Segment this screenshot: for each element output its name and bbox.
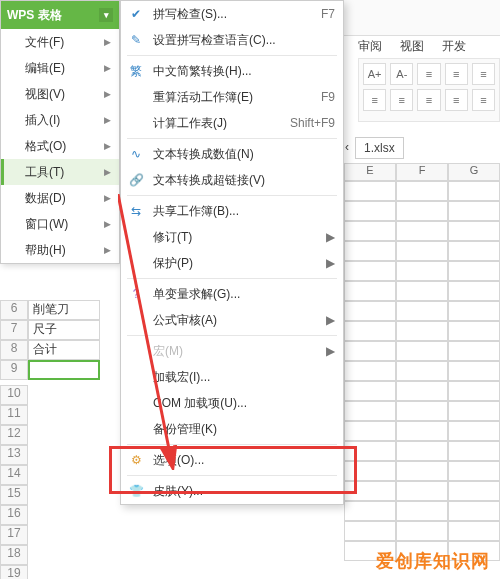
- submenu-item-11[interactable]: 修订(T)▶: [121, 224, 343, 250]
- submenu-item-14[interactable]: ?单变量求解(G)...: [121, 281, 343, 307]
- grid-cell[interactable]: [448, 241, 500, 261]
- mainmenu-item-0[interactable]: 文件(F)▶: [1, 29, 119, 55]
- align-bot-1[interactable]: ≡: [363, 89, 386, 111]
- submenu-item-0[interactable]: ✔拼写检查(S)...F7: [121, 1, 343, 27]
- mainmenu-item-5[interactable]: 工具(T)▶: [1, 159, 119, 185]
- row-num-6[interactable]: 6: [0, 300, 28, 320]
- row-num-10[interactable]: 10: [0, 385, 28, 405]
- row-num-16[interactable]: 16: [0, 505, 28, 525]
- mainmenu-item-7[interactable]: 窗口(W)▶: [1, 211, 119, 237]
- align-top-3[interactable]: ≡: [472, 63, 495, 85]
- row-num-13[interactable]: 13: [0, 445, 28, 465]
- grid-cell[interactable]: [396, 341, 448, 361]
- grid-cell[interactable]: [396, 441, 448, 461]
- align-bot-3[interactable]: ≡: [417, 89, 440, 111]
- grid-cell[interactable]: [448, 421, 500, 441]
- grid-cell[interactable]: [344, 401, 396, 421]
- file-tab-prev[interactable]: ‹: [345, 137, 355, 157]
- grid-cell[interactable]: [448, 301, 500, 321]
- grid-cell[interactable]: [344, 241, 396, 261]
- mainmenu-item-6[interactable]: 数据(D)▶: [1, 185, 119, 211]
- font-increase[interactable]: A+: [363, 63, 386, 85]
- align-bot-5[interactable]: ≡: [472, 89, 495, 111]
- align-top-1[interactable]: ≡: [417, 63, 440, 85]
- grid-cell[interactable]: [448, 361, 500, 381]
- grid-cell[interactable]: [448, 461, 500, 481]
- cell-a9-active[interactable]: [28, 360, 100, 380]
- grid-cell[interactable]: [344, 321, 396, 341]
- grid-cell[interactable]: [344, 341, 396, 361]
- row-num-7[interactable]: 7: [0, 320, 28, 340]
- grid-cell[interactable]: [344, 221, 396, 241]
- mainmenu-item-2[interactable]: 视图(V)▶: [1, 81, 119, 107]
- grid-cell[interactable]: [448, 201, 500, 221]
- grid-cell[interactable]: [396, 381, 448, 401]
- grid-cell[interactable]: [344, 521, 396, 541]
- submenu-item-7[interactable]: ∿文本转换成数值(N): [121, 141, 343, 167]
- row-num-12[interactable]: 12: [0, 425, 28, 445]
- grid-cell[interactable]: [448, 501, 500, 521]
- grid-cell[interactable]: [396, 361, 448, 381]
- grid-cell[interactable]: [396, 221, 448, 241]
- col-head-g[interactable]: G: [448, 163, 500, 181]
- row-num-18[interactable]: 18: [0, 545, 28, 565]
- grid-cell[interactable]: [396, 321, 448, 341]
- grid-cell[interactable]: [396, 181, 448, 201]
- grid-cell[interactable]: [344, 361, 396, 381]
- align-bot-4[interactable]: ≡: [445, 89, 468, 111]
- grid-cell[interactable]: [396, 261, 448, 281]
- cell-a7[interactable]: 尺子: [28, 320, 100, 340]
- submenu-item-15[interactable]: 公式审核(A)▶: [121, 307, 343, 333]
- row-num-8[interactable]: 8: [0, 340, 28, 360]
- grid-cell[interactable]: [396, 281, 448, 301]
- grid-cell[interactable]: [448, 281, 500, 301]
- align-top-2[interactable]: ≡: [445, 63, 468, 85]
- grid-cell[interactable]: [344, 301, 396, 321]
- grid-cell[interactable]: [344, 201, 396, 221]
- grid-cell[interactable]: [396, 521, 448, 541]
- row-num-17[interactable]: 17: [0, 525, 28, 545]
- grid-cell[interactable]: [396, 501, 448, 521]
- row-num-15[interactable]: 15: [0, 485, 28, 505]
- grid-cell[interactable]: [448, 181, 500, 201]
- submenu-item-1[interactable]: ✎设置拼写检查语言(C)...: [121, 27, 343, 53]
- submenu-item-3[interactable]: 繁中文简繁转换(H)...: [121, 58, 343, 84]
- grid-cell[interactable]: [448, 321, 500, 341]
- mainmenu-item-3[interactable]: 插入(I)▶: [1, 107, 119, 133]
- mainmenu-item-8[interactable]: 帮助(H)▶: [1, 237, 119, 263]
- grid-cell[interactable]: [448, 221, 500, 241]
- submenu-item-24[interactable]: 👕皮肤(Y)...: [121, 478, 343, 504]
- col-head-e[interactable]: E: [344, 163, 396, 181]
- grid-cell[interactable]: [396, 401, 448, 421]
- mainmenu-item-4[interactable]: 格式(O)▶: [1, 133, 119, 159]
- grid-cell[interactable]: [396, 301, 448, 321]
- row-num-14[interactable]: 14: [0, 465, 28, 485]
- row-num-11[interactable]: 11: [0, 405, 28, 425]
- submenu-item-20[interactable]: 备份管理(K): [121, 416, 343, 442]
- submenu-item-12[interactable]: 保护(P)▶: [121, 250, 343, 276]
- submenu-item-8[interactable]: 🔗文本转换成超链接(V): [121, 167, 343, 193]
- grid-cell[interactable]: [396, 461, 448, 481]
- cell-a8[interactable]: 合计: [28, 340, 100, 360]
- font-decrease[interactable]: A-: [390, 63, 413, 85]
- cell-a6[interactable]: 削笔刀: [28, 300, 100, 320]
- grid-cell[interactable]: [448, 441, 500, 461]
- grid-cell[interactable]: [344, 461, 396, 481]
- grid-cell[interactable]: [448, 481, 500, 501]
- submenu-item-10[interactable]: ⇆共享工作簿(B)...: [121, 198, 343, 224]
- submenu-item-4[interactable]: 重算活动工作簿(E)F9: [121, 84, 343, 110]
- align-bot-2[interactable]: ≡: [390, 89, 413, 111]
- grid-cell[interactable]: [344, 421, 396, 441]
- grid-cell[interactable]: [344, 281, 396, 301]
- tab-view[interactable]: 视图: [400, 36, 424, 56]
- grid-cell[interactable]: [396, 481, 448, 501]
- grid-cell[interactable]: [448, 401, 500, 421]
- grid-cell[interactable]: [396, 241, 448, 261]
- submenu-item-5[interactable]: 计算工作表(J)Shift+F9: [121, 110, 343, 136]
- workbook-filename-tab[interactable]: 1.xlsx: [355, 137, 404, 159]
- app-menu-header[interactable]: WPS 表格 ▾: [1, 1, 119, 29]
- mainmenu-item-1[interactable]: 编辑(E)▶: [1, 55, 119, 81]
- row-num-9[interactable]: 9: [0, 360, 28, 380]
- grid-cell[interactable]: [396, 421, 448, 441]
- grid-cell[interactable]: [344, 481, 396, 501]
